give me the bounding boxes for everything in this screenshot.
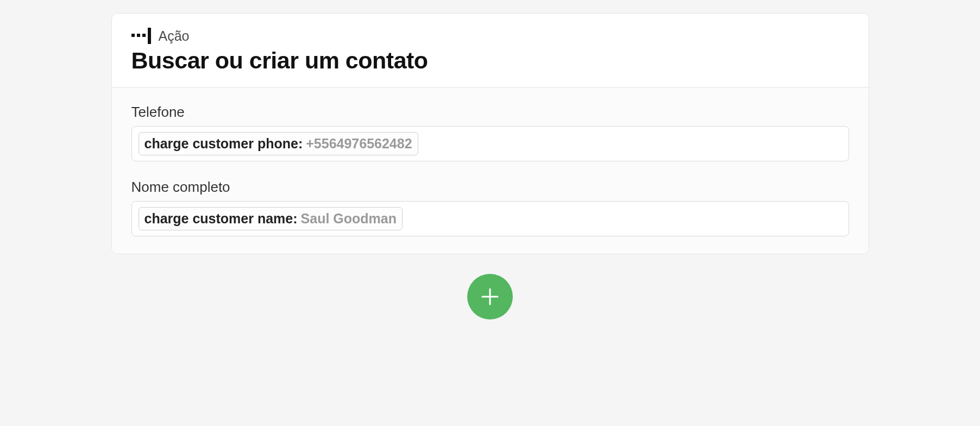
svg-rect-3	[148, 28, 151, 44]
card-header: Ação Buscar ou criar um contato	[112, 14, 869, 87]
name-label: Nome completo	[131, 179, 849, 196]
phone-token-value: +5564976562482	[306, 136, 412, 152]
phone-label: Telefone	[131, 104, 849, 121]
field-phone: Telefone charge customer phone: +5564976…	[131, 104, 849, 161]
plus-icon	[479, 286, 501, 308]
field-name: Nome completo charge customer name: Saul…	[131, 179, 849, 236]
action-card: Ação Buscar ou criar um contato Telefone…	[111, 13, 869, 254]
action-flow-icon	[131, 28, 151, 44]
svg-rect-0	[131, 34, 135, 37]
card-title: Buscar ou criar um contato	[131, 47, 849, 74]
phone-input[interactable]: charge customer phone: +5564976562482	[131, 126, 849, 161]
name-token-value: Saul Goodman	[301, 211, 397, 227]
card-body: Telefone charge customer phone: +5564976…	[112, 87, 869, 254]
phone-token-label: charge customer phone:	[145, 136, 303, 152]
name-input[interactable]: charge customer name: Saul Goodman	[131, 201, 849, 236]
action-eyebrow: Ação	[131, 28, 849, 44]
phone-token[interactable]: charge customer phone: +5564976562482	[139, 132, 418, 155]
svg-rect-2	[142, 34, 146, 37]
svg-rect-1	[137, 34, 140, 37]
name-token[interactable]: charge customer name: Saul Goodman	[139, 207, 403, 230]
name-token-label: charge customer name:	[145, 211, 298, 227]
eyebrow-text: Ação	[159, 28, 190, 44]
add-button[interactable]	[467, 274, 513, 320]
